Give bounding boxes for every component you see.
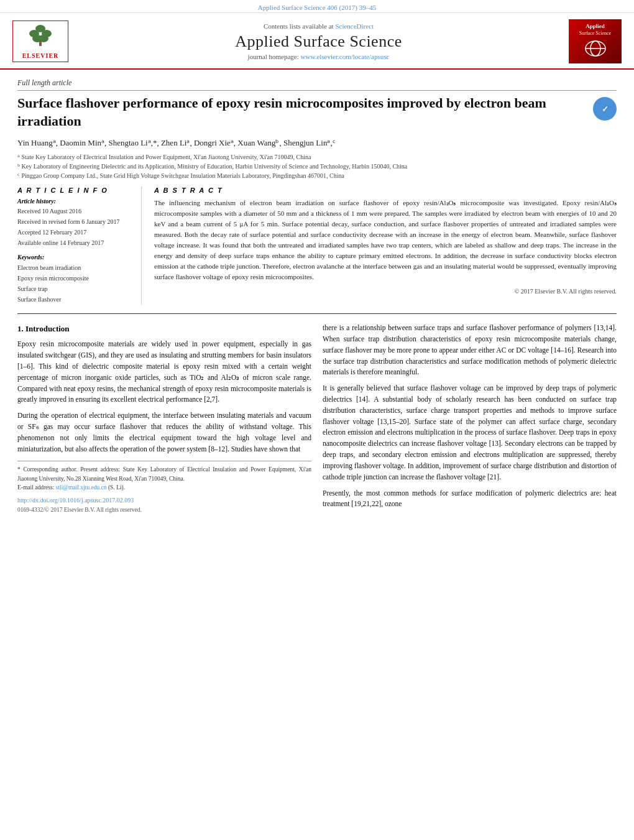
svg-text:✓: ✓ (602, 104, 609, 114)
body-para-3: there is a relationship between surface … (323, 323, 617, 378)
footnote-star-note: * Corresponding author. Present address:… (17, 465, 311, 483)
sciencedirect-link[interactable]: ScienceDirect (335, 22, 374, 30)
article-info-column: A R T I C L E I N F O Article history: R… (17, 187, 142, 305)
accepted-date: Accepted 12 February 2017 (17, 228, 132, 237)
journal-contents-link: Contents lists available at ScienceDirec… (68, 22, 569, 30)
abstract-column: A B S T R A C T The influencing mechanis… (154, 187, 617, 305)
copyright-line: © 2017 Elsevier B.V. All rights reserved… (154, 288, 617, 295)
body-col-right: there is a relationship between surface … (323, 323, 617, 515)
received-date: Received 10 August 2016 (17, 206, 132, 216)
authors-line: Yin Huangᵃ, Daomin Minᵃ, Shengtao Liᵃ,*,… (17, 137, 617, 149)
elsevier-tree-icon (22, 24, 59, 48)
footnote-email: E-mail address: stli@mail.xjtu.edu.cn (S… (17, 483, 311, 492)
available-online-date: Available online 14 February 2017 (17, 238, 132, 247)
keyword-2: Epoxy resin microcomposite (17, 273, 132, 284)
journal-header: ELSEVIER Contents lists available at Sci… (0, 13, 634, 70)
logo-title-line1: Applied (572, 23, 618, 30)
email-label: E-mail address: (17, 484, 54, 491)
affiliations: ᵃ State Key Laboratory of Electrical Ins… (17, 152, 617, 180)
affiliation-b: ᵇ Key Laboratory of Engineering Dielectr… (17, 162, 617, 171)
article-title-row: Surface flashover performance of epoxy r… (17, 95, 617, 130)
keyword-list: Electron beam irradiation Epoxy resin mi… (17, 262, 132, 305)
article-content: Full length article Surface flashover pe… (0, 70, 634, 524)
keyword-4: Surface flashover (17, 294, 132, 305)
logo-icon (572, 39, 618, 60)
affiliation-c: ᶜ Pinggao Group Company Ltd., State Grid… (17, 171, 617, 180)
info-abstract-columns: A R T I C L E I N F O Article history: R… (17, 187, 617, 305)
journal-homepage: journal homepage: www.elsevier.com/locat… (68, 53, 569, 60)
logo-title-line2: Surface Science (572, 30, 618, 37)
affiliation-a: ᵃ State Key Laboratory of Electrical Ins… (17, 152, 617, 162)
section1-heading: 1. Introduction (17, 323, 311, 335)
journal-header-center: Contents lists available at ScienceDirec… (68, 22, 569, 60)
page-wrapper: Applied Surface Science 406 (2017) 39–45… (0, 0, 634, 840)
elsevier-logo-box: ELSEVIER (12, 21, 68, 62)
email-link[interactable]: stli@mail.xjtu.edu.cn (56, 484, 107, 491)
article-history-title: Article history: (17, 198, 132, 205)
abstract-title: A B S T R A C T (154, 187, 617, 194)
revised-date: Received in revised form 6 January 2017 (17, 217, 132, 226)
article-type: Full length article (17, 78, 617, 91)
elsevier-logo: ELSEVIER (12, 21, 68, 62)
article-title: Surface flashover performance of epoxy r… (17, 95, 587, 130)
footnote-section: * Corresponding author. Present address:… (17, 461, 311, 514)
svg-rect-6 (39, 41, 42, 46)
body-para-5: Presently, the most common methods for s… (323, 488, 617, 510)
issn-line: 0169-4332/© 2017 Elsevier B.V. All right… (17, 505, 311, 515)
journal-logo: Applied Surface Science (569, 19, 622, 63)
homepage-url[interactable]: www.elsevier.com/locate/apsusc (301, 53, 390, 60)
journal-ref-text: Applied Surface Science 406 (2017) 39–45 (258, 4, 376, 11)
body-para-4: It is generally believed that surface fl… (323, 383, 617, 482)
abstract-text: The influencing mechanism of electron be… (154, 198, 617, 282)
keyword-1: Electron beam irradiation (17, 262, 132, 273)
journal-reference-bar: Applied Surface Science 406 (2017) 39–45 (0, 0, 634, 13)
doi-link[interactable]: http://dx.doi.org/10.1016/j.apsusc.2017.… (17, 496, 311, 505)
body-para-1: Epoxy resin microcomposite materials are… (17, 339, 311, 405)
elsevier-brand-text: ELSEVIER (17, 52, 64, 59)
authors-text: Yin Huangᵃ, Daomin Minᵃ, Shengtao Liᵃ,*,… (17, 138, 336, 147)
body-columns: 1. Introduction Epoxy resin microcomposi… (17, 323, 617, 515)
body-col-left: 1. Introduction Epoxy resin microcomposi… (17, 323, 311, 515)
body-para-2: During the operation of electrical equip… (17, 410, 311, 455)
crossmark-circle: ✓ (593, 97, 617, 121)
section-divider (17, 313, 617, 314)
journal-title: Applied Surface Science (68, 32, 569, 51)
article-info-title: A R T I C L E I N F O (17, 187, 132, 194)
email-suffix: (S. Li). (108, 484, 125, 491)
keywords-title: Keywords: (17, 254, 132, 261)
journal-logo-box: Applied Surface Science (569, 19, 622, 63)
keyword-3: Surface trap (17, 284, 132, 294)
crossmark-icon: ✓ (593, 97, 617, 121)
doi-url[interactable]: http://dx.doi.org/10.1016/j.apsusc.2017.… (17, 497, 134, 504)
